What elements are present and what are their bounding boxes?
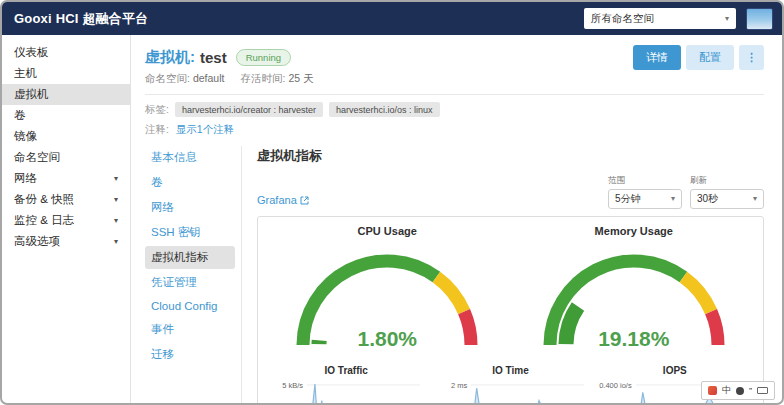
chevron-down-icon: ▾ <box>114 217 118 225</box>
range-group: 范围 5分钟 ▾ <box>608 175 682 209</box>
sidebar-item-networks[interactable]: 网络▾ <box>2 168 130 189</box>
chevron-down-icon: ▾ <box>753 195 757 203</box>
y-axis-labels: 2 ms 1.50 ms 1 ms <box>428 381 471 403</box>
io-time-chart: IO Time 2 ms 1.50 ms 1 ms <box>428 365 592 403</box>
refresh-group: 刷新 30秒 ▾ <box>690 175 764 209</box>
annotation-row: 注释: 显示1个注释 <box>145 123 764 137</box>
tab-basic-info[interactable]: 基本信息 <box>145 146 235 169</box>
user-avatar[interactable] <box>746 8 773 30</box>
tab-migration[interactable]: 迁移 <box>145 343 235 366</box>
age-meta: 存活时间:25 天 <box>240 72 313 86</box>
chevron-down-icon: ▾ <box>671 195 675 203</box>
sidebar-item-dashboard[interactable]: 仪表板 <box>2 42 130 63</box>
moon-icon[interactable] <box>736 387 744 395</box>
range-select[interactable]: 5分钟 ▾ <box>608 189 682 209</box>
sidebar-item-virtual-machines[interactable]: 虚拟机 <box>2 84 130 105</box>
namespace-selector-value: 所有命名空间 <box>591 12 654 26</box>
status-badge: Running <box>236 49 291 66</box>
tags-row: 标签: harvesterhci.io/creator : harvester … <box>145 102 764 117</box>
cpu-usage-gauge: CPU Usage 1.80% <box>264 225 511 355</box>
metrics-panel: 虚拟机指标 Grafana 范围 5分钟 ▾ <box>241 146 764 403</box>
tab-credentials[interactable]: 凭证管理 <box>145 271 235 294</box>
io-traffic-chart: IO Traffic 5 kB/s 4 kB/s 3 kB/s <box>264 365 428 403</box>
sidebar-item-hosts[interactable]: 主机 <box>2 63 130 84</box>
tags-label: 标签: <box>145 103 169 117</box>
metrics-controls: Grafana 范围 5分钟 ▾ <box>257 175 764 209</box>
tab-events[interactable]: 事件 <box>145 318 235 341</box>
area-chart <box>471 380 584 403</box>
chevron-down-icon: ▾ <box>114 196 118 204</box>
range-label: 范围 <box>608 175 682 187</box>
chevron-down-icon: ▾ <box>114 238 118 246</box>
page-title-row: 虚拟机: test Running 详情 配置 ⋮ <box>145 45 764 70</box>
namespace-selector[interactable]: 所有命名空间 ▾ <box>584 8 736 29</box>
detail-tabs: 基本信息 卷 网络 SSH 密钥 虚拟机指标 凭证管理 Cloud Config… <box>145 146 241 403</box>
brand-title: Gooxi HCI 超融合平台 <box>14 10 574 28</box>
ime-logo-icon <box>708 386 717 395</box>
area-chart <box>307 380 420 403</box>
chevron-down-icon: ▾ <box>114 175 118 183</box>
mini-charts-row: IO Traffic 5 kB/s 4 kB/s 3 kB/s <box>264 365 757 403</box>
refresh-label: 刷新 <box>690 175 764 187</box>
ime-toolbar[interactable]: 中 ” <box>701 381 775 400</box>
range-refresh-controls: 范围 5分钟 ▾ 刷新 30秒 ▾ <box>608 175 764 209</box>
action-buttons: 详情 配置 ⋮ <box>633 45 764 70</box>
app-body: 仪表板 主机 虚拟机 卷 镜像 命名空间 网络▾ 备份 & 快照▾ 监控 & 日… <box>2 35 782 403</box>
resource-meta-row: 命名空间:default 存活时间:25 天 <box>145 72 764 86</box>
cpu-usage-value: 1.80% <box>278 327 496 351</box>
sidebar: 仪表板 主机 虚拟机 卷 镜像 命名空间 网络▾ 备份 & 快照▾ 监控 & 日… <box>2 35 131 403</box>
app-window: Gooxi HCI 超融合平台 所有命名空间 ▾ 仪表板 主机 虚拟机 卷 镜像… <box>0 0 784 405</box>
tab-ssh-keys[interactable]: SSH 密钥 <box>145 221 235 244</box>
tab-vm-metrics[interactable]: 虚拟机指标 <box>145 246 235 269</box>
resource-type-link[interactable]: 虚拟机: <box>145 48 195 67</box>
header: Gooxi HCI 超融合平台 所有命名空间 ▾ <box>2 2 782 35</box>
keyboard-icon[interactable] <box>757 387 768 394</box>
ime-mode-indicator[interactable]: 中 <box>722 384 731 397</box>
namespace-meta: 命名空间:default <box>145 72 224 86</box>
tab-volumes[interactable]: 卷 <box>145 171 235 194</box>
main-content: 虚拟机: test Running 详情 配置 ⋮ 命名空间:default 存… <box>131 35 782 403</box>
sidebar-item-volumes[interactable]: 卷 <box>2 105 130 126</box>
details-button[interactable]: 详情 <box>633 45 681 70</box>
show-annotations-link[interactable]: 显示1个注释 <box>176 123 234 135</box>
y-axis-labels: 5 kB/s 4 kB/s 3 kB/s <box>264 381 307 403</box>
punctuation-icon[interactable]: ” <box>749 386 752 396</box>
config-button[interactable]: 配置 <box>686 45 734 70</box>
external-link-icon <box>300 196 309 205</box>
y-axis-labels: 0.400 io/s 0.300 io/s 0.200 io/s <box>593 381 636 403</box>
tag-chip: harvesterhci.io/os : linux <box>329 102 440 117</box>
gauge-row: CPU Usage 1.80% Memory Usage <box>264 225 757 355</box>
memory-usage-value: 19.18% <box>525 327 743 351</box>
resource-name: test <box>200 49 227 66</box>
refresh-select[interactable]: 30秒 ▾ <box>690 189 764 209</box>
chevron-down-icon: ▾ <box>725 15 729 23</box>
tab-networks[interactable]: 网络 <box>145 196 235 219</box>
annotation-label: 注释: <box>145 123 169 135</box>
detail-section: 基本信息 卷 网络 SSH 密钥 虚拟机指标 凭证管理 Cloud Config… <box>145 146 764 403</box>
sidebar-item-namespaces[interactable]: 命名空间 <box>2 147 130 168</box>
metrics-box: CPU Usage 1.80% Memory Usage <box>257 216 764 403</box>
sidebar-item-images[interactable]: 镜像 <box>2 126 130 147</box>
more-actions-button[interactable]: ⋮ <box>739 45 764 70</box>
tag-chip: harvesterhci.io/creator : harvester <box>175 102 323 117</box>
sidebar-item-monitoring-logs[interactable]: 监控 & 日志▾ <box>2 210 130 231</box>
sidebar-item-advanced[interactable]: 高级选项▾ <box>2 231 130 252</box>
sidebar-item-backup-snapshot[interactable]: 备份 & 快照▾ <box>2 189 130 210</box>
panel-heading: 虚拟机指标 <box>257 147 764 165</box>
tab-cloud-config[interactable]: Cloud Config <box>145 296 235 316</box>
grafana-link[interactable]: Grafana <box>257 194 309 206</box>
memory-usage-gauge: Memory Usage 19.18% <box>511 225 758 355</box>
divider <box>145 94 764 95</box>
